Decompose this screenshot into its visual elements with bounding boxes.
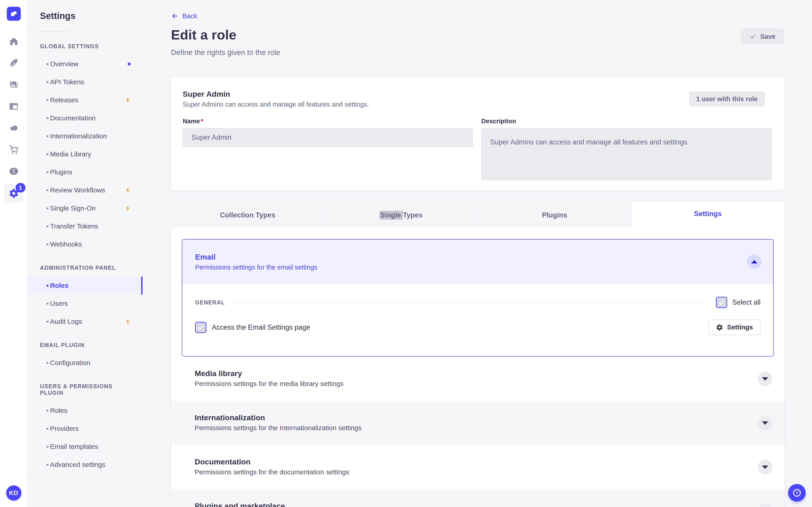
user-avatar[interactable]: KD	[6, 485, 21, 501]
sidebar-item-webhooks[interactable]: Webhooks	[28, 235, 142, 253]
cloud-icon	[9, 123, 19, 134]
sidebar-item-audit-logs[interactable]: Audit Logs	[28, 313, 142, 331]
expand-button[interactable]	[758, 416, 772, 430]
bullet-icon	[46, 63, 49, 65]
sidebar-item-releases[interactable]: Releases	[28, 91, 142, 109]
bullet-icon	[46, 117, 49, 119]
sidebar-item-internationalization[interactable]: Internationalization	[28, 127, 142, 145]
sidebar-item-single-sign-on[interactable]: Single Sign-On	[28, 199, 142, 217]
sidebar-section-label-administration-panel: ADMINISTRATION PANEL	[40, 265, 130, 271]
access-email-settings-checkbox[interactable]	[195, 322, 206, 333]
permission-rows-list: Media libraryPermissions settings for th…	[171, 357, 784, 507]
expand-button[interactable]	[758, 372, 772, 386]
sidebar-item-label: Roles	[50, 282, 68, 289]
description-field-group: Description Super Admins can access and …	[481, 118, 772, 180]
email-accordion-subtitle: Permissions settings for the email setti…	[195, 264, 773, 271]
role-info-card: Super Admin Super Admins can access and …	[171, 77, 784, 190]
email-settings-button-label: Settings	[727, 324, 753, 331]
sidebar-item-review-workflows[interactable]: Review Workflows	[28, 181, 142, 199]
rail-item-info[interactable]	[3, 161, 24, 182]
bullet-icon	[46, 362, 49, 364]
select-all-checkbox[interactable]	[716, 297, 727, 308]
permission-row-subtitle: Permissions settings for the Internation…	[195, 424, 772, 432]
sidebar-item-api-tokens[interactable]: API Tokens	[28, 73, 142, 91]
bullet-icon	[46, 81, 49, 83]
name-field[interactable]: Super Admin	[183, 128, 473, 147]
sidebar-item-label: Review Workflows	[50, 186, 105, 194]
cart-icon	[9, 145, 19, 156]
bullet-icon	[46, 243, 49, 245]
rail-item-media[interactable]	[3, 74, 24, 96]
check-icon	[718, 298, 725, 306]
collapse-button[interactable]	[747, 255, 761, 269]
strapi-logo[interactable]	[7, 7, 21, 21]
update-dot-icon	[128, 63, 131, 66]
sidebar-item-label: Webhooks	[50, 240, 82, 248]
sidebar-item-documentation[interactable]: Documentation	[28, 109, 142, 127]
sidebar-item-advanced-settings[interactable]: Advanced settings	[28, 456, 142, 474]
permission-row-internationalization[interactable]: InternationalizationPermissions settings…	[171, 401, 784, 445]
bullet-icon	[46, 153, 49, 155]
rail-item-cloud[interactable]	[3, 118, 24, 139]
sidebar-item-label: Releases	[50, 96, 78, 104]
tab-plugins[interactable]: Plugins	[478, 204, 631, 226]
sidebar-item-label: Audit Logs	[50, 318, 82, 325]
description-field-label: Description	[481, 118, 772, 125]
back-label: Back	[182, 12, 197, 20]
sidebar-item-users[interactable]: Users	[28, 294, 142, 313]
email-accordion-header[interactable]: Email Permissions settings for the email…	[182, 239, 773, 284]
email-settings-button[interactable]: Settings	[708, 320, 761, 335]
rail-item-home[interactable]	[3, 31, 24, 53]
sidebar-item-label: Single Sign-On	[50, 205, 96, 212]
sidebar-item-media-library[interactable]: Media Library	[28, 145, 142, 163]
sidebar-item-configuration[interactable]: Configuration	[28, 354, 142, 372]
back-link[interactable]: Back	[171, 12, 197, 20]
users-with-role-button[interactable]: 1 user with this role	[689, 92, 765, 106]
permissions-card: Collection TypesSingle TypesPluginsSetti…	[171, 201, 784, 507]
rail-item-settings[interactable]: 1	[3, 182, 24, 204]
description-field[interactable]: Super Admins can access and manage all f…	[481, 128, 772, 180]
expand-button[interactable]	[758, 460, 772, 474]
name-label-text: Name	[183, 118, 200, 125]
layout-icon	[9, 101, 19, 112]
chevron-down-icon	[762, 377, 768, 381]
info-icon	[9, 166, 19, 177]
bullet-icon	[46, 446, 49, 448]
tab-settings[interactable]: Settings	[631, 201, 785, 226]
select-all-control: Select all	[716, 297, 761, 308]
rail-item-cart[interactable]	[3, 139, 24, 161]
sidebar-item-roles[interactable]: Roles	[28, 402, 142, 419]
save-button[interactable]: Save	[741, 29, 784, 44]
permission-row-title: Plugins and marketplace	[195, 501, 772, 507]
sidebar-item-label: Overview	[50, 60, 78, 68]
sidebar-item-providers[interactable]: Providers	[28, 419, 142, 438]
sidebar-item-transfer-tokens[interactable]: Transfer Tokens	[28, 217, 142, 235]
sidebar-item-overview[interactable]: Overview	[28, 55, 142, 73]
notification-badge: 1	[15, 183, 26, 192]
help-button[interactable]: ?	[788, 484, 806, 502]
lightning-icon	[125, 97, 132, 103]
rail-item-layout[interactable]	[3, 96, 24, 118]
settings-tab-panel: Email Permissions settings for the email…	[171, 226, 784, 507]
rail-item-feather[interactable]	[3, 53, 24, 74]
select-all-label: Select all	[732, 298, 761, 306]
permission-row-title: Media library	[195, 369, 772, 378]
text-selection: Single	[379, 211, 403, 220]
tab-single-types[interactable]: Single Types	[324, 204, 478, 226]
permission-row-plugins-and-marketplace[interactable]: Plugins and marketplace	[171, 489, 784, 507]
strapi-logo-icon	[9, 9, 18, 18]
sidebar-item-roles[interactable]: Roles	[28, 277, 142, 294]
tab-collection-types[interactable]: Collection Types	[171, 204, 324, 226]
bullet-icon	[46, 99, 49, 101]
name-field-label: Name*	[183, 118, 473, 125]
bullet-icon	[46, 225, 49, 227]
lightning-icon	[125, 187, 132, 193]
sidebar-item-email-templates[interactable]: Email templates	[28, 438, 142, 456]
sidebar-item-plugins[interactable]: Plugins	[28, 163, 142, 181]
sidebar-item-label: Providers	[50, 425, 79, 433]
rail-footer: KD	[0, 479, 27, 507]
permission-row-documentation[interactable]: DocumentationPermissions settings for th…	[171, 445, 784, 489]
svg-text:?: ?	[796, 491, 798, 495]
permission-row-title: Internationalization	[195, 413, 772, 422]
permission-row-media-library[interactable]: Media libraryPermissions settings for th…	[171, 357, 784, 401]
